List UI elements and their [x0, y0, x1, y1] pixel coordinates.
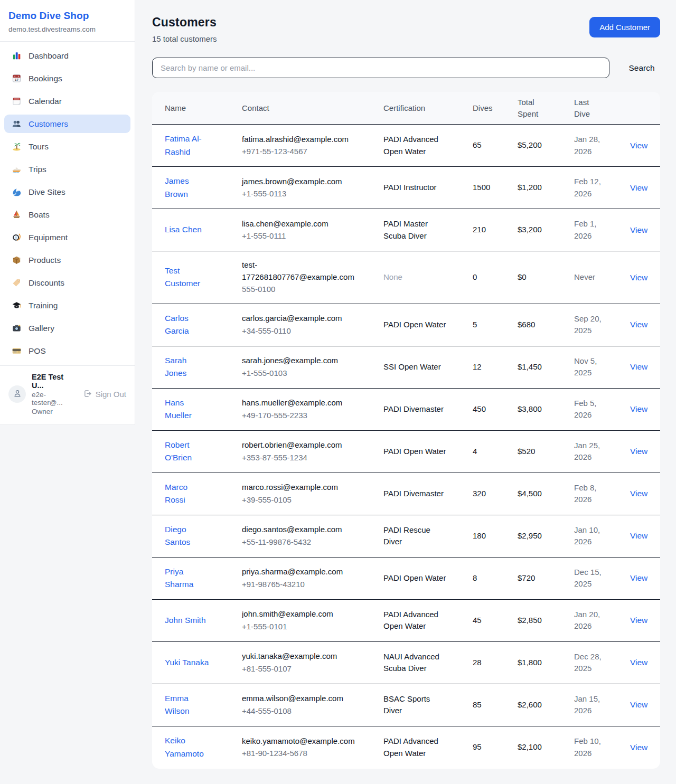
- page-header: Customers 15 total customers Add Custome…: [152, 15, 660, 43]
- search-form: Search: [152, 58, 660, 78]
- view-customer-link[interactable]: View: [630, 743, 647, 752]
- customer-dives: 320: [473, 488, 518, 500]
- customer-name-link[interactable]: Carlos Garcia: [165, 314, 189, 335]
- customer-name-link[interactable]: James Brown: [165, 176, 189, 198]
- sidebar-item-equipment[interactable]: Equipment: [4, 228, 130, 247]
- view-customer-link[interactable]: View: [630, 362, 647, 371]
- customer-name-link[interactable]: Sarah Jones: [165, 356, 186, 377]
- customer-phone: +91-98765-43210: [242, 579, 367, 591]
- view-customer-link[interactable]: View: [630, 183, 647, 192]
- customer-email: yuki.tanaka@example.com: [242, 650, 367, 663]
- customer-email: sarah.jones@example.com: [242, 355, 367, 367]
- customer-last-dive: Sep 20, 2025: [574, 313, 630, 337]
- customer-total-spent: $520: [518, 446, 574, 458]
- sidebar-item-boats[interactable]: Boats: [4, 205, 130, 224]
- view-customer-link[interactable]: View: [630, 404, 647, 413]
- customer-name-link[interactable]: Priya Sharma: [165, 567, 193, 589]
- products-icon: [12, 255, 22, 265]
- sign-out-button[interactable]: Sign Out: [83, 389, 126, 400]
- logout-icon: [83, 389, 92, 400]
- sidebar-item-dashboard[interactable]: Dashboard: [4, 46, 130, 65]
- customer-last-dive: Never: [574, 271, 630, 284]
- table-row: Emma Wilson emma.wilson@example.com +44-…: [152, 684, 660, 726]
- tours-icon: [12, 141, 22, 152]
- view-customer-link[interactable]: View: [630, 573, 647, 582]
- customer-certification: PADI Rescue Diver: [383, 524, 473, 548]
- customer-certification: PADI Advanced Open Water: [383, 609, 473, 632]
- customer-total-spent: $5,200: [518, 139, 574, 152]
- page-title: Customers: [152, 15, 217, 30]
- sidebar-item-calendar[interactable]: Calendar: [4, 92, 130, 110]
- sidebar-item-bookings[interactable]: 17 Bookings: [4, 69, 130, 88]
- customer-email: james.brown@example.com: [242, 176, 367, 188]
- column-header-total-spent: Total Spent: [518, 97, 574, 120]
- table-header-row: Name Contact Certification Dives Total S…: [152, 92, 660, 125]
- view-customer-link[interactable]: View: [630, 700, 647, 709]
- customer-last-dive: Feb 8, 2026: [574, 482, 630, 506]
- table-row: Marco Rossi marco.rossi@example.com +39-…: [152, 473, 660, 515]
- sidebar-item-gallery[interactable]: Gallery: [4, 319, 130, 337]
- customer-dives: 4: [473, 446, 518, 458]
- table-row: Sarah Jones sarah.jones@example.com +1-5…: [152, 346, 660, 389]
- gallery-icon: [12, 323, 22, 333]
- search-button[interactable]: Search: [623, 59, 660, 77]
- sidebar-item-customers[interactable]: Customers: [4, 115, 130, 133]
- view-customer-link[interactable]: View: [630, 658, 647, 667]
- customer-dives: 12: [473, 361, 518, 373]
- brand-name[interactable]: Demo Dive Shop: [8, 10, 126, 22]
- customer-email: keiko.yamamoto@example.com: [242, 735, 367, 748]
- sidebar-item-training[interactable]: Training: [4, 296, 130, 315]
- customer-name-link[interactable]: Hans Mueller: [165, 398, 192, 420]
- customer-email: robert.obrien@example.com: [242, 439, 367, 451]
- customer-name-link[interactable]: Keiko Yamamoto: [165, 736, 204, 758]
- customer-name-link[interactable]: Test Customer: [165, 266, 200, 288]
- customer-name-link[interactable]: Diego Santos: [165, 525, 190, 546]
- customer-phone: +44-555-0108: [242, 705, 367, 717]
- customer-total-spent: $1,800: [518, 657, 574, 669]
- customer-dives: 5: [473, 319, 518, 331]
- customer-certification: PADI Open Water: [383, 319, 473, 331]
- sidebar-item-dive-sites[interactable]: Dive Sites: [4, 183, 130, 201]
- view-customer-link[interactable]: View: [630, 273, 647, 282]
- customer-name-link[interactable]: Fatima Al-Rashid: [165, 134, 202, 156]
- customer-last-dive: Dec 15, 2025: [574, 566, 630, 590]
- view-customer-link[interactable]: View: [630, 447, 647, 456]
- user-name: E2E Test U...: [32, 373, 77, 390]
- search-input[interactable]: [152, 58, 609, 78]
- customer-phone: +1-555-0111: [242, 230, 367, 242]
- table-row: Yuki Tanaka yuki.tanaka@example.com +81-…: [152, 642, 660, 684]
- customer-dives: 1500: [473, 182, 518, 194]
- sidebar-item-pos[interactable]: POS: [4, 342, 130, 360]
- discounts-icon: [12, 278, 22, 288]
- view-customer-link[interactable]: View: [630, 320, 647, 329]
- view-customer-link[interactable]: View: [630, 141, 647, 150]
- view-customer-link[interactable]: View: [630, 531, 647, 540]
- add-customer-button[interactable]: Add Customer: [589, 17, 660, 37]
- sidebar-item-discounts[interactable]: Discounts: [4, 273, 130, 292]
- customer-dives: 95: [473, 741, 518, 753]
- sidebar-item-trips[interactable]: Trips: [4, 160, 130, 178]
- customer-name-link[interactable]: Emma Wilson: [165, 694, 190, 715]
- customer-last-dive: Jan 15, 2026: [574, 693, 630, 717]
- sidebar-item-tours[interactable]: Tours: [4, 137, 130, 156]
- sidebar-item-products[interactable]: Products: [4, 251, 130, 269]
- table-row: Diego Santos diego.santos@example.com +5…: [152, 515, 660, 558]
- customer-total-spent: $3,200: [518, 224, 574, 236]
- customer-name-link[interactable]: Yuki Tanaka: [165, 658, 209, 667]
- customer-count: 15 total customers: [152, 34, 217, 43]
- customer-name-link[interactable]: Lisa Chen: [165, 225, 202, 234]
- main-content: Customers 15 total customers Add Custome…: [135, 0, 676, 769]
- customer-dives: 8: [473, 572, 518, 584]
- view-customer-link[interactable]: View: [630, 489, 647, 498]
- calendar-icon: [12, 96, 22, 106]
- customer-certification: SSI Open Water: [383, 361, 473, 373]
- view-customer-link[interactable]: View: [630, 616, 647, 625]
- customer-email: carlos.garcia@example.com: [242, 313, 367, 325]
- customer-email: priya.sharma@example.com: [242, 566, 367, 578]
- customer-name-link[interactable]: Marco Rossi: [165, 483, 187, 504]
- view-customer-link[interactable]: View: [630, 225, 647, 234]
- customer-name-link[interactable]: John Smith: [165, 616, 206, 625]
- customer-certification: NAUI Advanced Scuba Diver: [383, 651, 473, 675]
- customer-name-link[interactable]: Robert O'Brien: [165, 440, 192, 462]
- table-row: Keiko Yamamoto keiko.yamamoto@example.co…: [152, 726, 660, 769]
